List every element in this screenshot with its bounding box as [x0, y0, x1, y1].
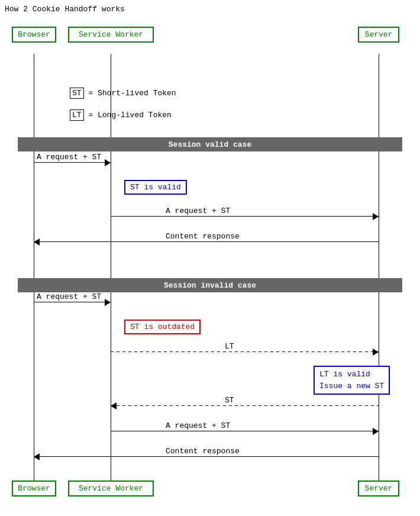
label-resp2: Content response — [166, 447, 240, 456]
label-req1: A request + ST — [37, 153, 101, 162]
arrow-req1 — [34, 162, 111, 163]
arrow-lt-req — [111, 351, 379, 352]
page-title: How 2 Cookie Handoff works — [5, 5, 125, 14]
section-valid: Session valid case — [18, 137, 402, 151]
arrow-resp1 — [34, 241, 379, 242]
actor-server-bottom: Server — [358, 480, 399, 496]
note-lt-valid: LT is validIssue a new ST — [314, 366, 390, 395]
st-definition: ST = Short-lived Token — [70, 88, 176, 99]
label-resp1: Content response — [166, 232, 240, 241]
actor-server-top: Server — [358, 27, 399, 43]
label-st-resp: ST — [225, 396, 234, 405]
label-req2: A request + ST — [166, 207, 230, 215]
actor-browser-top: Browser — [12, 27, 56, 43]
actor-sw-bottom: Service Worker — [68, 480, 154, 496]
label-req3: A request + ST — [37, 292, 101, 301]
lifeline-browser — [34, 54, 34, 480]
note-st-outdated: ST is outdated — [124, 320, 201, 334]
section-invalid: Session invalid case — [18, 278, 402, 292]
arrow-req2 — [111, 216, 379, 217]
lt-definition: LT = Long-lived Token — [70, 109, 172, 121]
actor-browser-bottom: Browser — [12, 480, 56, 496]
arrow-resp2 — [34, 456, 379, 457]
note-st-valid: ST is valid — [124, 180, 187, 195]
arrow-st-resp — [111, 405, 379, 406]
label-lt-req: LT — [225, 342, 234, 351]
arrow-req4 — [111, 431, 379, 431]
arrow-req3 — [34, 302, 111, 302]
label-req4: A request + ST — [166, 421, 230, 430]
lifeline-server — [379, 54, 379, 480]
actor-sw-top: Service Worker — [68, 27, 154, 43]
diagram: How 2 Cookie Handoff works Browser Servi… — [0, 0, 420, 516]
